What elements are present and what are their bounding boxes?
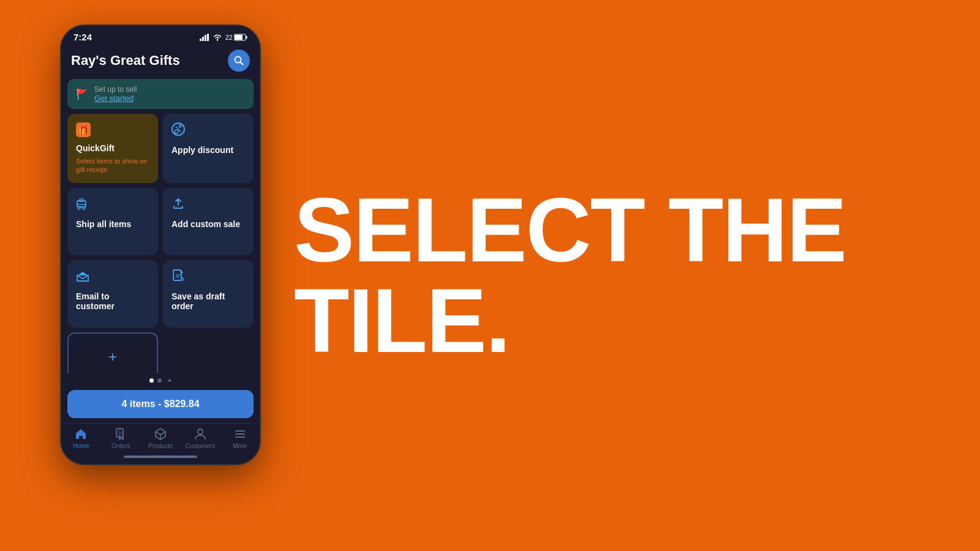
- battery-level: 22: [225, 34, 233, 41]
- search-icon: [234, 56, 244, 66]
- tile-add-custom-sale-title: Add custom sale: [172, 219, 245, 229]
- search-button[interactable]: [228, 50, 250, 72]
- nav-more[interactable]: More: [220, 427, 260, 449]
- gift-icon: 🎁: [76, 122, 91, 137]
- tile-quick-gift[interactable]: 🎁 QuickGift Select items to show on gift…: [67, 114, 158, 183]
- setup-text: Set up to sell Get started: [94, 85, 137, 103]
- status-icons: 22: [200, 34, 247, 41]
- more-icon: [233, 427, 247, 441]
- phone-mockup: 7:24 22: [60, 24, 261, 465]
- nav-more-label: More: [233, 443, 247, 449]
- svg-rect-5: [246, 36, 247, 39]
- tile-add-custom-sale[interactable]: Add custom sale: [163, 188, 254, 255]
- tile-email-to-customer-title: Email to customer: [76, 291, 149, 311]
- tile-quick-gift-subtitle: Select items to show on gift receipt.: [76, 157, 149, 174]
- upload-icon: [172, 197, 245, 213]
- svg-rect-11: [80, 199, 83, 201]
- draft-icon: [172, 269, 245, 285]
- battery-icon: [234, 34, 247, 41]
- app-header: Ray's Great Gifts: [61, 45, 260, 79]
- ship-icon: [76, 197, 149, 213]
- nav-orders-label: Orders: [111, 443, 130, 449]
- nav-customers-label: Customers: [186, 443, 215, 449]
- tile-quick-gift-title: QuickGift: [76, 143, 149, 153]
- tile-ship-all-items[interactable]: Ship all items: [67, 188, 158, 255]
- tile-save-as-draft[interactable]: Save as draft order: [163, 260, 254, 328]
- hero-line2: TILE.: [294, 276, 937, 366]
- svg-point-14: [83, 207, 85, 209]
- setup-title: Set up to sell: [94, 85, 137, 94]
- nav-customers[interactable]: Customers: [180, 427, 220, 449]
- pagination-dot-1: [149, 378, 154, 383]
- tile-apply-discount[interactable]: Apply discount: [163, 114, 254, 183]
- svg-point-13: [78, 207, 80, 209]
- add-tile-button[interactable]: +: [67, 332, 158, 373]
- tiles-grid: 🎁 QuickGift Select items to show on gift…: [67, 114, 254, 328]
- home-icon: [74, 427, 88, 441]
- orders-icon: [114, 427, 127, 441]
- bottom-nav: Home Orders Products Customers: [61, 423, 260, 452]
- wifi-icon: [213, 34, 222, 41]
- discount-icon: [172, 122, 245, 139]
- svg-marker-16: [77, 276, 88, 281]
- tile-ship-all-items-title: Ship all items: [76, 219, 149, 229]
- tile-email-to-customer[interactable]: Email to customer: [67, 260, 158, 328]
- pagination: +: [61, 373, 260, 388]
- svg-line-8: [241, 62, 243, 65]
- setup-banner[interactable]: 🚩 Set up to sell Get started: [67, 79, 254, 109]
- signal-icon: [200, 34, 209, 41]
- battery-indicator: 22: [225, 34, 247, 41]
- nav-products-label: Products: [148, 443, 172, 449]
- add-tile-row: +: [67, 332, 254, 373]
- svg-rect-2: [205, 35, 206, 41]
- tile-save-as-draft-title: Save as draft order: [172, 291, 245, 311]
- home-bar: [124, 455, 197, 458]
- home-indicator: [61, 452, 260, 464]
- status-bar: 7:24 22: [61, 26, 260, 45]
- svg-rect-6: [235, 35, 243, 40]
- nav-orders[interactable]: Orders: [101, 427, 141, 449]
- plus-icon: +: [108, 348, 117, 365]
- customers-icon: [194, 427, 207, 441]
- nav-home[interactable]: Home: [61, 427, 101, 449]
- setup-link[interactable]: Get started: [94, 94, 137, 103]
- products-icon: [154, 427, 167, 441]
- app-title: Ray's Great Gifts: [71, 53, 180, 69]
- svg-point-21: [198, 429, 203, 434]
- tiles-container: 🎁 QuickGift Select items to show on gift…: [61, 114, 260, 373]
- pagination-plus: +: [168, 377, 172, 384]
- status-time: 7:24: [74, 32, 92, 42]
- svg-rect-1: [202, 37, 204, 41]
- pagination-dot-2: [157, 378, 162, 383]
- svg-marker-15: [77, 272, 88, 276]
- hero-text: SELECT THE TILE.: [294, 185, 937, 366]
- nav-home-label: Home: [73, 443, 89, 449]
- flag-icon: 🚩: [76, 88, 88, 100]
- svg-rect-0: [200, 39, 202, 41]
- tile-apply-discount-title: Apply discount: [172, 145, 245, 155]
- hero-line1: SELECT THE: [294, 185, 937, 276]
- svg-rect-3: [207, 34, 209, 41]
- cart-button[interactable]: 4 items - $829.84: [67, 390, 254, 418]
- email-icon: [76, 269, 149, 285]
- nav-products[interactable]: Products: [141, 427, 181, 449]
